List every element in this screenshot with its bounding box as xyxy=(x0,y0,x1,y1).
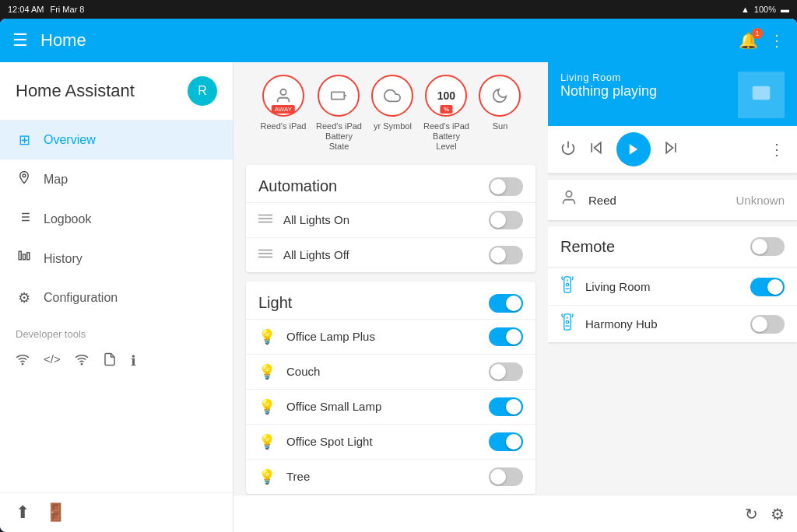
sidebar-label-map: Map xyxy=(44,173,68,187)
status-circle-reeds-ipad[interactable]: AWAY Reed's iPad xyxy=(261,75,307,152)
devtool-broadcast-icon[interactable] xyxy=(75,352,89,370)
notification-button[interactable]: 🔔 1 xyxy=(739,31,758,50)
remote-toggle[interactable] xyxy=(750,237,785,256)
sidebar-footer: ⬆ 🚪 xyxy=(0,492,233,532)
devtool-info-icon[interactable]: ℹ xyxy=(131,352,136,370)
svg-marker-23 xyxy=(595,142,601,152)
media-controls: ⋮ xyxy=(548,126,797,173)
remote-item-toggle-0[interactable] xyxy=(750,278,785,296)
automation-header: Automation xyxy=(246,165,535,202)
circle-sun xyxy=(479,75,521,117)
remote-item-toggle-1[interactable] xyxy=(750,315,785,334)
light-card: Light 💡 Office Lamp Plus 💡 Couch � xyxy=(246,282,535,494)
sidebar-label-overview: Overview xyxy=(44,133,96,147)
automation-row-0: All Lights On xyxy=(246,202,535,237)
circle-battery-level: 100 % xyxy=(425,75,467,117)
remote-icon-1 xyxy=(560,313,574,334)
bulb-icon-2: 💡 xyxy=(258,398,276,415)
media-power-button[interactable] xyxy=(560,140,576,159)
map-icon xyxy=(16,170,33,188)
right-panel: Living Room Nothing playing xyxy=(548,62,797,532)
light-toggle-0[interactable] xyxy=(489,327,523,346)
bottom-bar: ↻ ⚙ xyxy=(233,495,797,532)
media-header: Living Room Nothing playing xyxy=(548,62,797,126)
light-toggle[interactable] xyxy=(489,294,523,313)
automation-title: Automation xyxy=(258,177,489,195)
circle-label-yr-symbol: yr Symbol xyxy=(374,121,412,131)
remote-row-1: Harmony Hub xyxy=(548,305,797,342)
sidebar-item-configuration[interactable]: ⚙ Configuration xyxy=(0,278,233,317)
sidebar-item-logbook[interactable]: Logbook xyxy=(0,199,233,239)
sidebar-item-map[interactable]: Map xyxy=(0,159,233,199)
devtool-file-icon[interactable] xyxy=(103,352,117,370)
sidebar-item-history[interactable]: History xyxy=(0,239,233,278)
sidebar-label-logbook: Logbook xyxy=(44,212,91,226)
svg-rect-29 xyxy=(564,277,571,292)
settings-button[interactable]: ⚙ xyxy=(771,505,785,523)
person-row: Reed Unknown xyxy=(548,180,797,220)
bulb-icon-4: 💡 xyxy=(258,468,276,485)
media-prev-button[interactable] xyxy=(588,140,604,159)
status-circle-battery-level[interactable]: 100 % Reed's iPad Battery Level xyxy=(423,75,469,152)
svg-rect-8 xyxy=(23,254,26,260)
door-icon[interactable]: 🚪 xyxy=(45,502,66,523)
automation-toggle[interactable] xyxy=(489,177,523,196)
light-row-0: 💡 Office Lamp Plus xyxy=(246,319,535,354)
topbar-title: Home xyxy=(40,30,726,51)
automation-item-toggle-1[interactable] xyxy=(489,246,523,264)
light-label-3: Office Spot Light xyxy=(286,435,489,448)
battery-percent: 100% xyxy=(754,5,776,14)
svg-rect-21 xyxy=(753,86,771,100)
light-toggle-2[interactable] xyxy=(489,397,523,416)
light-header: Light xyxy=(246,282,535,319)
media-more-button[interactable]: ⋮ xyxy=(769,140,785,159)
media-thumbnail xyxy=(738,72,785,118)
status-time: 12:04 AM xyxy=(8,5,44,14)
svg-rect-33 xyxy=(564,314,571,330)
bulb-icon-3: 💡 xyxy=(258,433,276,450)
status-circles: AWAY Reed's iPad Reed's iPad Battery Sta… xyxy=(246,75,535,152)
history-icon xyxy=(16,250,33,268)
menu-icon[interactable]: ☰ xyxy=(12,30,28,51)
svg-point-10 xyxy=(22,363,23,365)
dev-tools-icons: </> ℹ xyxy=(0,346,233,383)
bulb-icon-0: 💡 xyxy=(258,328,276,345)
svg-rect-13 xyxy=(332,92,345,99)
remote-icon-0 xyxy=(560,276,574,297)
devtool-code-icon[interactable]: </> xyxy=(44,352,61,370)
light-row-3: 💡 Office Spot Light xyxy=(246,424,535,459)
svg-rect-9 xyxy=(27,253,30,260)
status-date: Fri Mar 8 xyxy=(50,5,84,14)
circle-label-reeds-ipad: Reed's iPad xyxy=(261,121,307,131)
status-circle-sun[interactable]: Sun xyxy=(479,75,521,152)
devtool-remote-icon[interactable] xyxy=(16,352,30,370)
wifi-icon: ▲ xyxy=(741,5,750,14)
sidebar-item-overview[interactable]: ⊞ Overview xyxy=(0,121,233,159)
topbar: ☰ Home 🔔 1 ⋮ xyxy=(0,19,797,62)
light-toggle-1[interactable] xyxy=(489,362,523,381)
light-row-2: 💡 Office Small Lamp xyxy=(246,389,535,424)
svg-marker-26 xyxy=(666,142,672,152)
media-next-button[interactable] xyxy=(663,140,679,159)
refresh-button[interactable]: ↻ xyxy=(745,505,758,523)
status-circle-yr-symbol[interactable]: yr Symbol xyxy=(371,75,413,152)
person-name: Reed xyxy=(588,194,736,207)
status-circle-battery-state[interactable]: Reed's iPad Battery State xyxy=(315,75,362,152)
light-toggle-4[interactable] xyxy=(489,467,523,486)
automation-row-1: All Lights Off xyxy=(246,237,535,272)
battery-icon: ▬ xyxy=(781,5,789,14)
avatar[interactable]: R xyxy=(188,76,217,106)
light-label-2: Office Small Lamp xyxy=(286,400,489,413)
circle-battery-state xyxy=(318,75,360,117)
automation-item-label-1: All Lights Off xyxy=(283,248,489,261)
remote-card: Remote Living Room Harmony Hub xyxy=(548,226,797,342)
automation-item-toggle-0[interactable] xyxy=(489,211,523,229)
more-button[interactable]: ⋮ xyxy=(769,31,785,50)
light-row-4: 💡 Tree xyxy=(246,459,535,494)
svg-point-28 xyxy=(566,191,571,197)
media-play-button[interactable] xyxy=(616,132,651,166)
circle-yr-symbol xyxy=(371,75,413,117)
upload-icon[interactable]: ⬆ xyxy=(16,502,30,523)
sidebar-label-history: History xyxy=(44,252,83,266)
light-toggle-3[interactable] xyxy=(489,432,523,451)
